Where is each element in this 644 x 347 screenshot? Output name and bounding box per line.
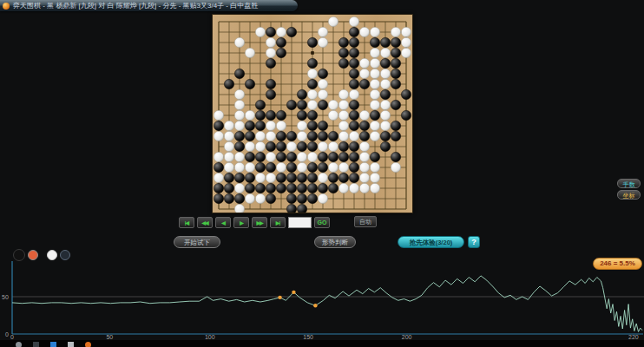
stone-black [224, 183, 233, 193]
move-number-input[interactable] [288, 217, 312, 228]
stone-black [380, 58, 390, 68]
stone-black [245, 173, 254, 182]
stone-black [245, 79, 254, 88]
stone-white [359, 110, 369, 120]
stone-black [349, 121, 358, 130]
stone-white [380, 121, 390, 130]
stone-black [266, 183, 275, 193]
stone-black [245, 131, 254, 141]
stone-black [234, 69, 244, 78]
stone-black [391, 100, 400, 109]
stone-white [234, 204, 244, 213]
stone-white [245, 110, 254, 120]
stone-white [359, 141, 369, 151]
taskbar-icon-start[interactable] [16, 342, 22, 347]
stone-white [266, 37, 275, 47]
stone-white [255, 193, 265, 203]
winrate-curve [12, 276, 642, 332]
go-button[interactable]: GO [314, 217, 330, 228]
stone-white [307, 100, 317, 109]
stone-black [286, 152, 296, 161]
key-move-dot[interactable] [313, 304, 317, 307]
to-start-button[interactable]: |◀ [179, 217, 194, 228]
stone-white [266, 173, 275, 182]
stone-black [266, 89, 275, 99]
stone-black [338, 173, 348, 182]
winrate-graph[interactable]: 050050100150200220 [0, 259, 644, 340]
stone-white [297, 152, 306, 161]
stone-black [276, 37, 286, 47]
forward-button[interactable]: ▶ [233, 217, 249, 228]
window-title: 弈天围棋 - 黑 杨鼎新 [九段] 对 白 陈耀烨 [九段] - 分先 - 黑贴… [13, 1, 258, 10]
coordinates-button[interactable]: 坐标 [617, 190, 641, 200]
fast-fwd-button[interactable]: ▶▶ [252, 217, 267, 228]
stone-white [380, 79, 390, 88]
stone-white [370, 69, 379, 78]
stone-white [266, 121, 275, 130]
position-analysis-button[interactable]: 形势判断 [314, 236, 356, 248]
stone-black [349, 27, 358, 36]
x-tick-label: 50 [106, 334, 113, 340]
taskbar-icon-app1[interactable] [33, 342, 39, 347]
stone-black [328, 152, 338, 161]
stone-black [266, 79, 275, 88]
stone-black [349, 69, 358, 78]
stone-black [307, 131, 317, 141]
stone-white [255, 27, 265, 36]
stone-white [297, 162, 306, 172]
fast-back-button[interactable]: ◀◀ [197, 217, 213, 228]
back-button[interactable]: ◀ [215, 217, 231, 228]
stone-white [234, 162, 244, 172]
stone-white [214, 152, 223, 161]
to-end-button[interactable]: ▶| [270, 217, 286, 228]
stone-white [328, 100, 338, 109]
key-move-dot[interactable] [278, 296, 281, 299]
stone-black [328, 183, 338, 193]
stone-black [359, 131, 369, 141]
stone-white [224, 131, 233, 141]
premium-feature-button[interactable]: 抢先体验(3/20) [398, 236, 464, 248]
stone-black [255, 152, 265, 161]
stone-black [245, 152, 254, 161]
stone-black [307, 79, 317, 88]
stone-white [224, 141, 233, 151]
stone-white [276, 121, 286, 130]
stone-black [276, 110, 286, 120]
stone-black [349, 100, 358, 109]
stone-black [391, 69, 400, 78]
taskbar-icon-browser[interactable] [50, 342, 56, 347]
stone-white [370, 100, 379, 109]
trial-play-button[interactable]: 开始试下 [174, 236, 220, 248]
go-board[interactable] [212, 14, 413, 213]
stone-white [318, 37, 327, 47]
stone-white [234, 152, 244, 161]
taskbar-icon-app3[interactable] [85, 342, 91, 347]
stone-white [318, 193, 327, 203]
stone-black [349, 162, 358, 172]
stone-white [266, 48, 275, 57]
stone-white [359, 69, 369, 78]
stone-black [318, 162, 327, 172]
playback-controls: |◀◀◀◀▶▶▶▶| GO [179, 216, 330, 228]
stone-black [255, 110, 265, 120]
stone-white [224, 162, 233, 172]
stone-black [276, 173, 286, 182]
stone-black [338, 152, 348, 161]
taskbar[interactable] [0, 340, 644, 347]
stone-black [391, 79, 400, 88]
stone-black [276, 152, 286, 161]
stone-black [349, 110, 358, 120]
stone-white [370, 131, 379, 141]
move-numbers-button[interactable]: 手数 [617, 179, 641, 188]
stone-white [370, 27, 379, 36]
stone-white [297, 131, 306, 141]
x-tick-label: 150 [303, 334, 313, 340]
auto-play-button[interactable]: 自动 [354, 216, 377, 227]
go-board-grid[interactable] [213, 15, 412, 213]
help-button[interactable]: ? [468, 236, 480, 248]
taskbar-icon-app2[interactable] [68, 342, 74, 347]
stone-black [370, 37, 379, 47]
stone-white [338, 89, 348, 99]
key-move-dot[interactable] [292, 291, 295, 294]
stone-black [234, 173, 244, 182]
